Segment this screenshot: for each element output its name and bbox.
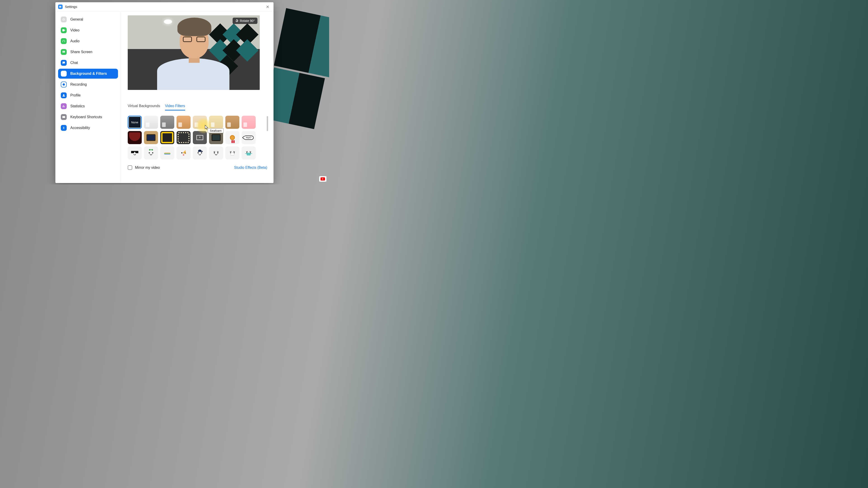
tab-virtual-backgrounds[interactable]: Virtual Backgrounds bbox=[128, 104, 160, 110]
sidebar-item-general[interactable]: General bbox=[58, 14, 118, 24]
settings-main-panel: Rotate 90° Virtual Backgrounds Video Fil… bbox=[121, 11, 274, 183]
filter-none-label: None bbox=[131, 121, 138, 124]
filters-scrollbar[interactable] bbox=[267, 116, 268, 131]
profile-icon bbox=[61, 92, 67, 98]
sidebar-item-accessibility[interactable]: Accessibility bbox=[58, 123, 118, 133]
filter-theater[interactable] bbox=[128, 131, 142, 144]
sidebar-item-recording[interactable]: Recording bbox=[58, 79, 118, 90]
filter-warm[interactable] bbox=[193, 116, 207, 129]
youtube-subscribe-badge[interactable] bbox=[319, 176, 327, 182]
titlebar: Settings bbox=[55, 2, 274, 11]
sidebar-item-profile[interactable]: Profile bbox=[58, 90, 118, 100]
sidebar-item-chat[interactable]: Chat bbox=[58, 58, 118, 68]
filter-rainbow[interactable] bbox=[160, 147, 174, 160]
settings-sidebar: General Video Audio Share Screen Chat Ba… bbox=[55, 11, 121, 183]
mirror-video-label: Mirror my video bbox=[135, 166, 160, 170]
rotate-label: Rotate 90° bbox=[240, 19, 255, 23]
filter-sprout[interactable] bbox=[144, 147, 158, 160]
close-button[interactable] bbox=[265, 4, 271, 10]
filter-black-white[interactable] bbox=[144, 116, 158, 129]
sidebar-item-background-filters[interactable]: Background & Filters bbox=[58, 69, 118, 78]
headphones-icon bbox=[61, 38, 67, 44]
zoom-app-icon bbox=[58, 4, 63, 9]
filter-lights-frame[interactable] bbox=[177, 131, 191, 144]
sidebar-item-audio[interactable]: Audio bbox=[58, 36, 118, 46]
video-icon bbox=[61, 27, 67, 33]
sidebar-item-share-screen[interactable]: Share Screen bbox=[58, 47, 118, 57]
sidebar-item-keyboard-shortcuts[interactable]: Keyboard Shortcuts bbox=[58, 112, 118, 122]
sidebar-item-label: Statistics bbox=[70, 104, 85, 108]
statistics-icon bbox=[61, 103, 67, 109]
share-screen-icon bbox=[61, 49, 67, 55]
sidebar-item-label: Profile bbox=[70, 93, 81, 97]
rotate-90-button[interactable]: Rotate 90° bbox=[232, 18, 257, 24]
sidebar-item-label: Audio bbox=[70, 39, 80, 43]
sidebar-item-label: General bbox=[70, 18, 83, 22]
rotate-icon bbox=[235, 19, 239, 22]
bgf-footer: Mirror my video Studio Effects (Beta) bbox=[128, 165, 267, 170]
sidebar-item-label: Video bbox=[70, 28, 80, 32]
sidebar-item-label: Share Screen bbox=[70, 50, 92, 54]
filter-pizza[interactable] bbox=[177, 147, 191, 160]
sidebar-item-label: Background & Filters bbox=[70, 72, 107, 76]
accessibility-icon bbox=[61, 125, 67, 131]
filter-huh[interactable]: Huh? bbox=[242, 131, 256, 144]
filter-dusk[interactable] bbox=[225, 116, 239, 129]
tab-video-filters[interactable]: Video Filters bbox=[165, 104, 185, 110]
filter-none[interactable]: None bbox=[128, 116, 142, 129]
sidebar-item-label: Accessibility bbox=[70, 126, 90, 130]
sidebar-item-video[interactable]: Video bbox=[58, 25, 118, 35]
close-icon bbox=[266, 5, 270, 8]
filter-emoji-frame[interactable] bbox=[160, 131, 174, 144]
sidebar-item-statistics[interactable]: Statistics bbox=[58, 101, 118, 111]
settings-dialog: Settings General Video Audio Share Scree… bbox=[55, 2, 274, 183]
filter-sepia[interactable] bbox=[177, 116, 191, 129]
bgf-tabs: Virtual Backgrounds Video Filters bbox=[128, 104, 267, 111]
keyboard-icon bbox=[61, 114, 67, 120]
filter-seafoam[interactable] bbox=[209, 116, 223, 129]
filter-happy[interactable] bbox=[209, 147, 223, 160]
filter-tooltip: Seafoam bbox=[208, 128, 223, 133]
filter-deal-with-it[interactable] bbox=[128, 147, 142, 160]
chat-icon bbox=[61, 60, 67, 66]
studio-effects-link[interactable]: Studio Effects (Beta) bbox=[234, 166, 267, 170]
huh-bubble-text: Huh? bbox=[244, 135, 254, 140]
sidebar-item-label: Recording bbox=[70, 83, 87, 87]
filter-retro-tv[interactable] bbox=[144, 131, 158, 144]
filter-cap[interactable] bbox=[193, 147, 207, 160]
background-filters-icon bbox=[61, 71, 67, 76]
window-title: Settings bbox=[65, 5, 77, 8]
filter-focus-frame[interactable] bbox=[193, 131, 207, 144]
gear-icon bbox=[61, 17, 67, 22]
filter-noir[interactable] bbox=[160, 116, 174, 129]
sidebar-item-label: Keyboard Shortcuts bbox=[70, 115, 102, 119]
filter-rose[interactable] bbox=[242, 116, 256, 129]
video-filters-grid: None Huh? bbox=[128, 116, 259, 160]
sidebar-item-label: Chat bbox=[70, 61, 78, 65]
recording-icon bbox=[61, 82, 67, 88]
filter-mask-teal[interactable] bbox=[242, 147, 256, 160]
filter-award[interactable] bbox=[225, 131, 239, 144]
mirror-video-checkbox[interactable] bbox=[128, 165, 132, 170]
filter-mask-white[interactable] bbox=[225, 147, 239, 160]
video-preview: Rotate 90° bbox=[128, 15, 260, 90]
